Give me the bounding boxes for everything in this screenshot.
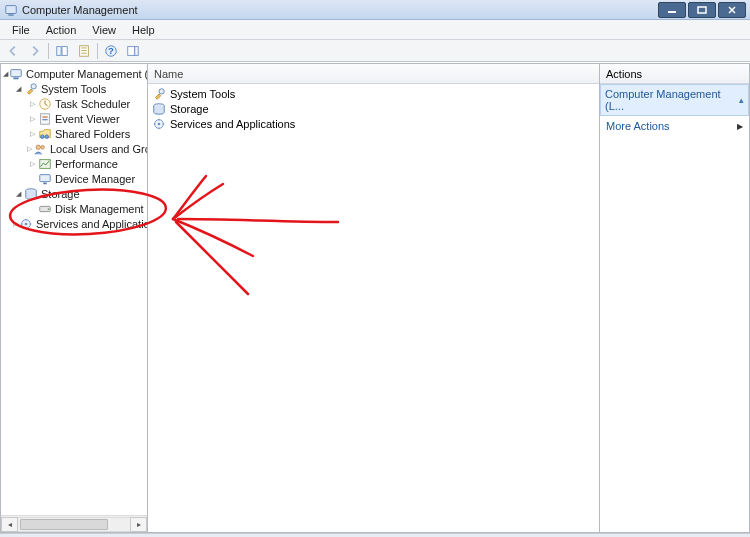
tree-node-event-viewer[interactable]: Event Viewer (3, 111, 147, 126)
device-icon (38, 172, 52, 186)
toolbar-separator (97, 43, 98, 59)
help-button[interactable]: ? (100, 41, 122, 61)
scroll-right-button[interactable]: ▸ (130, 517, 147, 532)
main-area: Computer Management (Local) System Tools… (0, 62, 750, 533)
collapse-caret-icon[interactable]: ▴ (739, 95, 744, 105)
disk-icon (38, 202, 52, 216)
expand-arrow-icon[interactable] (27, 114, 37, 124)
menu-help[interactable]: Help (124, 22, 163, 38)
minimize-button[interactable] (658, 2, 686, 18)
menu-bar: File Action View Help (0, 20, 750, 40)
statusbar-strip (0, 533, 750, 537)
list-body: System Tools Storage Services and Applic… (148, 84, 599, 133)
svg-point-21 (41, 134, 45, 138)
scroll-track[interactable] (18, 517, 130, 532)
toolbar-separator (48, 43, 49, 59)
services-icon (152, 117, 166, 131)
list-item[interactable]: Services and Applications (152, 116, 595, 131)
close-button[interactable] (718, 2, 746, 18)
expand-spacer (27, 204, 37, 214)
tree-label: Shared Folders (55, 128, 130, 140)
expand-arrow-icon[interactable] (13, 84, 23, 94)
tree-label: Computer Management (Local) (26, 68, 147, 80)
expand-arrow-icon[interactable] (13, 219, 18, 229)
svg-rect-1 (8, 14, 13, 15)
expand-arrow-icon[interactable] (27, 144, 32, 154)
list-column-header[interactable]: Name (148, 64, 599, 84)
tree-horizontal-scrollbar[interactable]: ◂ ▸ (1, 515, 147, 532)
svg-point-22 (45, 134, 49, 138)
expand-arrow-icon[interactable] (13, 189, 23, 199)
tree-node-device-manager[interactable]: Device Manager (3, 171, 147, 186)
show-hide-action-button[interactable] (122, 41, 144, 61)
actions-more-actions[interactable]: More Actions ▶ (600, 116, 749, 136)
back-button[interactable] (2, 41, 24, 61)
svg-point-33 (159, 88, 164, 93)
svg-rect-2 (668, 11, 676, 13)
expand-arrow-icon[interactable] (3, 69, 8, 79)
actions-pane: Actions Computer Management (L... ▴ More… (600, 63, 750, 533)
list-item[interactable]: System Tools (152, 86, 595, 101)
svg-rect-8 (81, 50, 86, 51)
actions-section-label: Computer Management (L... (605, 88, 739, 112)
svg-rect-5 (62, 46, 67, 55)
scroll-left-button[interactable]: ◂ (1, 517, 18, 532)
tree-node-local-users[interactable]: Local Users and Groups (3, 141, 147, 156)
tree-label: Services and Applications (36, 218, 147, 230)
performance-icon (38, 157, 52, 171)
svg-point-24 (41, 145, 45, 149)
tree-node-task-scheduler[interactable]: Task Scheduler (3, 96, 147, 111)
tree-label: Storage (41, 188, 80, 200)
forward-button[interactable] (24, 41, 46, 61)
svg-point-23 (36, 145, 40, 149)
svg-point-36 (158, 122, 161, 125)
menu-action[interactable]: Action (38, 22, 85, 38)
svg-point-32 (25, 222, 28, 225)
svg-rect-14 (11, 69, 22, 76)
tree-node-services-apps[interactable]: Services and Applications (3, 216, 147, 231)
tree-node-shared-folders[interactable]: Shared Folders (3, 126, 147, 141)
list-item-label: Services and Applications (170, 118, 295, 130)
svg-rect-0 (6, 5, 17, 13)
storage-icon (24, 187, 38, 201)
svg-rect-26 (40, 174, 51, 181)
window-titlebar: Computer Management (0, 0, 750, 20)
expand-arrow-icon[interactable] (27, 159, 37, 169)
navigation-tree[interactable]: Computer Management (Local) System Tools… (1, 64, 147, 233)
actions-header-label: Actions (606, 68, 642, 80)
properties-button[interactable] (73, 41, 95, 61)
tree-label: Task Scheduler (55, 98, 130, 110)
svg-rect-15 (13, 77, 18, 79)
show-hide-tree-button[interactable] (51, 41, 73, 61)
list-item-label: System Tools (170, 88, 235, 100)
window-title: Computer Management (22, 4, 656, 16)
column-name-label: Name (154, 68, 183, 80)
menu-file[interactable]: File (4, 22, 38, 38)
tree-node-storage[interactable]: Storage (3, 186, 147, 201)
actions-section-header[interactable]: Computer Management (L... ▴ (600, 84, 749, 116)
expand-arrow-icon[interactable] (27, 129, 37, 139)
expand-spacer (27, 174, 37, 184)
scroll-thumb[interactable] (20, 519, 108, 530)
tree-label: Local Users and Groups (50, 143, 147, 155)
svg-text:?: ? (108, 44, 114, 55)
tree-node-performance[interactable]: Performance (3, 156, 147, 171)
menu-view[interactable]: View (84, 22, 124, 38)
tools-icon (24, 82, 38, 96)
actions-item-label: More Actions (606, 120, 670, 132)
tree-label: Event Viewer (55, 113, 120, 125)
app-icon (4, 3, 18, 17)
svg-point-16 (31, 83, 36, 88)
computer-icon (9, 67, 23, 81)
services-icon (19, 217, 33, 231)
tree-label: Device Manager (55, 173, 135, 185)
list-item[interactable]: Storage (152, 101, 595, 116)
tree-label: Performance (55, 158, 118, 170)
svg-rect-9 (81, 52, 86, 53)
expand-arrow-icon[interactable] (27, 99, 37, 109)
tree-node-root[interactable]: Computer Management (Local) (3, 66, 147, 81)
maximize-button[interactable] (688, 2, 716, 18)
tree-node-system-tools[interactable]: System Tools (3, 81, 147, 96)
svg-rect-20 (42, 119, 47, 120)
tree-node-disk-management[interactable]: Disk Management (3, 201, 147, 216)
